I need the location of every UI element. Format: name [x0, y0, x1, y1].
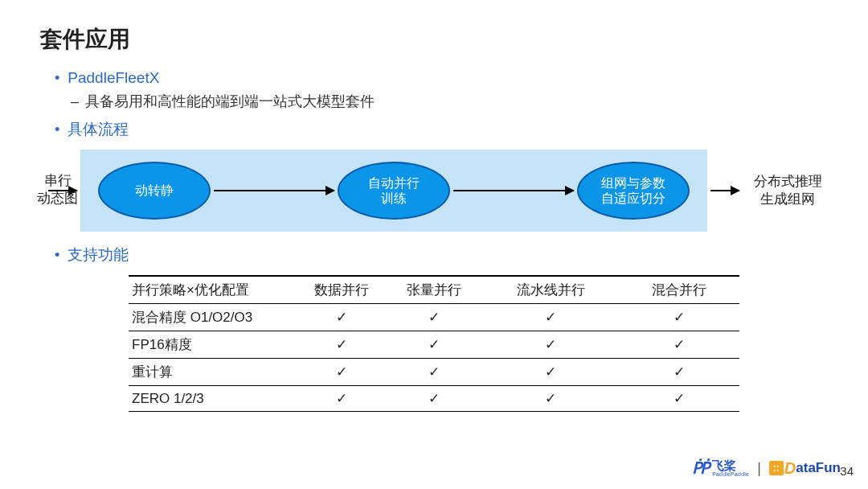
paddle-glyph-icon: ṖṖ: [692, 458, 708, 478]
th-tensor-parallel: 张量并行: [386, 276, 482, 304]
flow-node-3: 组网与参数 自适应切分: [577, 162, 690, 220]
cell-check: ✓: [297, 304, 386, 331]
cell-check: ✓: [386, 304, 482, 331]
cell-check: ✓: [297, 331, 386, 359]
cell-check: ✓: [386, 331, 482, 359]
sub-description: 具备易用和高性能的端到端一站式大模型套件: [71, 92, 828, 111]
table-row: ZERO 1/2/3 ✓ ✓ ✓ ✓: [129, 386, 739, 412]
bullet-label: PaddleFleetX: [55, 69, 159, 86]
flow-input-label: 串行 动态图: [37, 172, 78, 208]
sub-list: 具备易用和高性能的端到端一站式大模型套件: [55, 92, 828, 111]
bullet-label: 具体流程: [55, 121, 129, 138]
bullet-process: 具体流程: [55, 119, 828, 140]
flow-box: 动转静 自动并行 训练 组网与参数 自适应切分: [80, 150, 707, 232]
cell-check: ✓: [482, 331, 619, 359]
row-label: ZERO 1/2/3: [129, 386, 297, 412]
cell-check: ✓: [482, 359, 619, 386]
datafun-rest: ataFun: [796, 460, 841, 476]
cell-check: ✓: [619, 359, 739, 386]
cell-check: ✓: [619, 331, 739, 359]
flow-diagram: 串行 动态图 动转静 自动并行 训练 组网与参数 自适应切分 分布式推理 生成组…: [48, 150, 828, 232]
datafun-logo: :: D ataFun: [769, 459, 841, 478]
arrow-out: [710, 190, 739, 191]
cell-check: ✓: [386, 386, 482, 412]
flow-node-2: 自动并行 训练: [338, 162, 450, 220]
flow-output-label: 分布式推理 生成组网: [747, 173, 828, 208]
th-pipeline-parallel: 流水线并行: [482, 276, 619, 304]
table-row: 重计算 ✓ ✓ ✓ ✓: [129, 359, 739, 386]
table-row: FP16精度 ✓ ✓ ✓ ✓: [129, 331, 739, 359]
footer-logos: ṖṖ 飞桨 PaddlePaddle | :: D ataFun: [692, 458, 841, 478]
bullet-paddlefleetx: PaddleFleetX 具备易用和高性能的端到端一站式大模型套件: [55, 69, 828, 111]
slide: 套件应用 PaddleFleetX 具备易用和高性能的端到端一站式大模型套件 具…: [0, 0, 868, 489]
th-hybrid-parallel: 混合并行: [619, 276, 739, 304]
slide-title: 套件应用: [40, 24, 828, 55]
bullet-label: 支持功能: [55, 246, 129, 263]
paddle-cn: 飞桨: [712, 459, 749, 471]
th-strategy: 并行策略×优化配置: [129, 276, 297, 304]
th-data-parallel: 数据并行: [297, 276, 386, 304]
bullet-list-2: 支持功能: [40, 244, 828, 265]
table-header-row: 并行策略×优化配置 数据并行 张量并行 流水线并行 混合并行: [129, 276, 739, 304]
datafun-square-icon: ::: [769, 461, 784, 475]
row-label: FP16精度: [129, 331, 297, 359]
arrow-2: [453, 190, 574, 191]
bullet-list: PaddleFleetX 具备易用和高性能的端到端一站式大模型套件 具体流程: [40, 69, 828, 140]
cell-check: ✓: [297, 359, 386, 386]
cell-check: ✓: [482, 304, 619, 331]
row-label: 重计算: [129, 359, 297, 386]
cell-check: ✓: [297, 386, 386, 412]
row-label: 混合精度 O1/O2/O3: [129, 304, 297, 331]
table-row: 混合精度 O1/O2/O3 ✓ ✓ ✓ ✓: [129, 304, 739, 331]
datafun-d: D: [784, 459, 796, 478]
cell-check: ✓: [619, 386, 739, 412]
bullet-features: 支持功能: [55, 244, 828, 265]
cell-check: ✓: [619, 304, 739, 331]
paddle-logo: ṖṖ 飞桨 PaddlePaddle: [692, 458, 749, 478]
feature-table: 并行策略×优化配置 数据并行 张量并行 流水线并行 混合并行 混合精度 O1/O…: [129, 275, 739, 412]
flow-node-1: 动转静: [98, 162, 211, 220]
logo-separator: |: [757, 460, 761, 477]
cell-check: ✓: [386, 359, 482, 386]
cell-check: ✓: [482, 386, 619, 412]
arrow-1: [214, 190, 334, 191]
paddle-en: PaddlePaddle: [712, 471, 749, 477]
page-number: 34: [840, 464, 854, 478]
